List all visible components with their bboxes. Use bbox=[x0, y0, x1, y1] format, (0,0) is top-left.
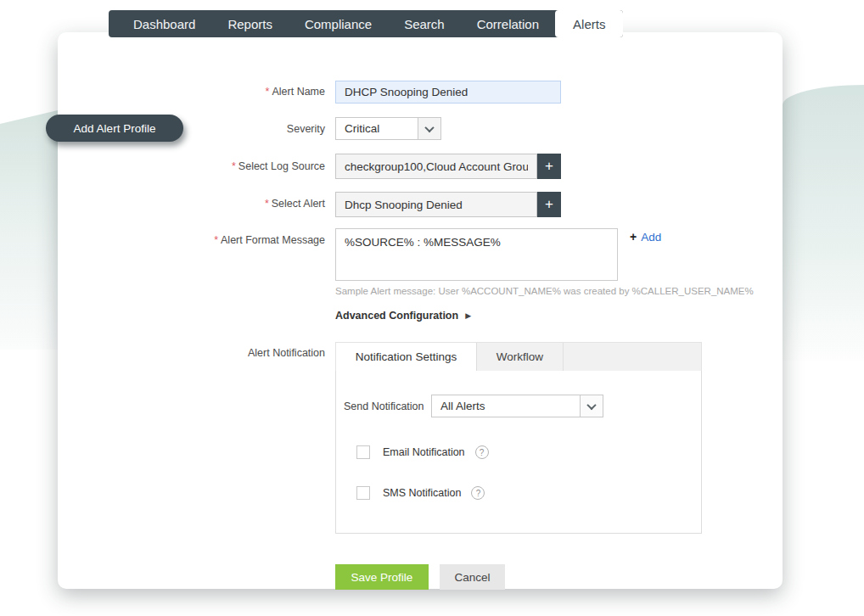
select-alert-label: *Select Alert bbox=[143, 198, 325, 210]
notification-tabstrip: Notification Settings Workflow bbox=[335, 342, 702, 371]
top-navbar: Dashboard Reports Compliance Search Corr… bbox=[109, 10, 623, 37]
save-profile-button[interactable]: Save Profile bbox=[335, 564, 429, 590]
sample-message-note: Sample Alert message: User %ACCOUNT_NAME… bbox=[335, 286, 754, 296]
tab-reports[interactable]: Reports bbox=[211, 10, 289, 37]
email-notification-label: Email Notification bbox=[383, 446, 465, 458]
format-message-textarea[interactable]: %SOURCE% : %MESSAGE% bbox=[335, 228, 618, 281]
format-message-label: *Alert Format Message bbox=[143, 234, 325, 246]
plus-icon: + bbox=[545, 196, 553, 213]
add-format-link[interactable]: + Add bbox=[630, 230, 661, 244]
send-notification-value: All Alerts bbox=[432, 395, 580, 417]
advanced-configuration-label: Advanced Configuration bbox=[335, 310, 458, 322]
advanced-configuration-toggle[interactable]: Advanced Configuration ▶ bbox=[335, 310, 471, 322]
arrow-right-icon: ▶ bbox=[465, 311, 471, 320]
email-notification-checkbox[interactable] bbox=[356, 445, 370, 459]
select-alert-input[interactable] bbox=[335, 192, 537, 217]
help-icon[interactable]: ? bbox=[475, 445, 489, 459]
alert-name-input[interactable] bbox=[335, 81, 561, 104]
log-source-label: *Select Log Source bbox=[143, 160, 325, 172]
add-alert-profile-badge: Add Alert Profile bbox=[46, 115, 183, 142]
required-asterisk: * bbox=[265, 198, 269, 210]
log-source-input[interactable] bbox=[335, 154, 537, 179]
required-asterisk: * bbox=[214, 234, 218, 246]
tab-alerts[interactable]: Alerts bbox=[555, 10, 623, 37]
send-notification-label: Send Notification bbox=[344, 400, 424, 412]
alert-name-label: *Alert Name bbox=[143, 86, 325, 98]
send-notification-dropdown-button[interactable] bbox=[580, 395, 603, 417]
select-alert-add-button[interactable]: + bbox=[537, 192, 561, 217]
tab-notification-settings[interactable]: Notification Settings bbox=[336, 343, 477, 371]
severity-value: Critical bbox=[336, 118, 418, 139]
tab-dashboard[interactable]: Dashboard bbox=[117, 10, 211, 37]
background-shape-left bbox=[0, 110, 58, 350]
sms-notification-label: SMS Notification bbox=[383, 487, 461, 499]
tab-workflow[interactable]: Workflow bbox=[477, 343, 564, 371]
alert-notification-label: Alert Notification bbox=[143, 347, 325, 359]
add-link-label: Add bbox=[641, 231, 661, 244]
send-notification-select[interactable]: All Alerts bbox=[431, 395, 603, 417]
chevron-down-icon bbox=[586, 400, 596, 409]
severity-select[interactable]: Critical bbox=[335, 117, 441, 140]
required-asterisk: * bbox=[232, 160, 236, 172]
tab-compliance[interactable]: Compliance bbox=[289, 10, 388, 37]
required-asterisk: * bbox=[266, 86, 270, 98]
chevron-down-icon bbox=[424, 122, 434, 132]
log-source-add-button[interactable]: + bbox=[537, 154, 561, 179]
badge-label: Add Alert Profile bbox=[74, 122, 156, 135]
cancel-button[interactable]: Cancel bbox=[440, 564, 505, 590]
sms-notification-row: SMS Notification ? bbox=[356, 486, 485, 500]
alert-profile-card: Add Alert Profile *Alert Name Severity C… bbox=[58, 32, 783, 589]
sms-notification-checkbox[interactable] bbox=[356, 486, 370, 500]
email-notification-row: Email Notification ? bbox=[356, 445, 489, 459]
severity-dropdown-button[interactable] bbox=[418, 118, 440, 139]
page: Add Alert Profile *Alert Name Severity C… bbox=[0, 0, 864, 616]
tab-search[interactable]: Search bbox=[388, 10, 461, 37]
background-shape-right bbox=[783, 85, 864, 361]
tab-correlation[interactable]: Correlation bbox=[461, 10, 555, 37]
plus-icon: + bbox=[545, 158, 553, 175]
help-icon[interactable]: ? bbox=[471, 486, 485, 500]
plus-icon: + bbox=[630, 230, 637, 244]
